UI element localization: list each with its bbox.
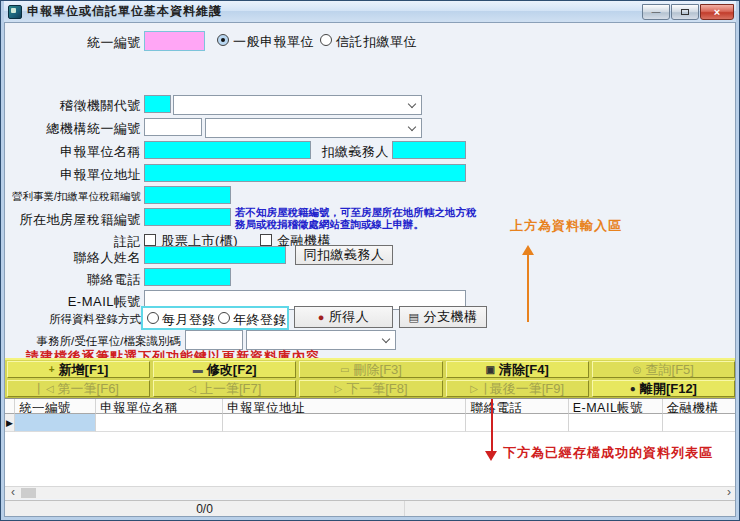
maximize-icon [681,9,689,15]
last-record-icon: ▷▕ [470,384,485,394]
scroll-right-icon[interactable]: › [721,487,736,499]
radio-yearend-entry[interactable] [218,312,230,324]
uid-input[interactable] [144,31,205,51]
clear-button[interactable]: ▣清除[F4] [446,361,589,378]
radio-general-unit[interactable] [217,34,229,46]
hq-uid-label: 總機構統一編號 [5,120,141,138]
house-tax-input[interactable] [144,208,231,226]
radio-yearend-entry-label: 年終登錄 [233,311,287,329]
add-button[interactable]: +新增[F1] [7,361,150,378]
same-as-withholder-button[interactable]: 同扣繳義務人 [295,245,393,265]
cell-unit-address[interactable] [223,414,466,432]
radio-monthly-entry-label: 每月登錄 [162,311,216,329]
biz-tax-label: 營利事業/扣繳單位稅籍編號 [5,190,141,204]
house-tax-hint: 若不知房屋稅籍編號，可至房屋所在地所轄之地方稅 務局或稅捐稽徵處網站查詢或線上申… [235,207,477,230]
next-record-icon: ▷ [334,384,342,394]
first-record-button[interactable]: ▏◁第一筆[F6] [7,380,150,397]
records-table: 統一編號 申報單位名稱 申報單位地址 聯絡電話 E-MAIL帳號 金融機構 ▶ [5,398,736,486]
clear-icon: ▣ [486,365,495,375]
exit-button[interactable]: ●離開[F12] [592,380,735,397]
radio-trust-unit-label: 信託扣繳單位 [336,33,417,51]
chevron-down-icon [408,123,416,131]
delete-icon: ▭ [340,365,349,375]
status-bar: 0/0 [5,500,736,517]
radio-general-unit-label: 一般申報單位 [233,33,314,51]
table-header-marker [5,399,15,414]
col-header-uid: 統一編號 [15,399,96,414]
checkbox-stock-listed[interactable] [144,234,156,246]
hq-uid-select[interactable] [205,118,422,138]
tax-office-label: 稽徵機關代號 [5,97,141,115]
modify-icon: ▬ [193,365,203,375]
down-arrow-icon [485,451,497,461]
unit-name-label: 申報單位名稱 [5,143,141,161]
next-record-button[interactable]: ▷下一筆[F8] [299,380,442,397]
cell-email[interactable] [569,414,663,432]
income-earner-button[interactable]: ● 所得人 [294,306,393,328]
chevron-down-icon [408,100,416,108]
function-key-panel: +新增[F1] ▬修改[F2] ▭刪除[F3] ▣清除[F4] ◎查詢[F5] … [5,358,736,398]
previous-record-icon: ◁ [188,384,196,394]
email-label: E-MAIL帳號 [5,293,141,311]
row-marker-icon: ▶ [5,414,15,432]
horizontal-scrollbar[interactable]: ‹ › [5,486,736,499]
branch-button[interactable]: ▤ 分支機構 [399,306,487,328]
table-row[interactable]: ▶ [5,414,736,432]
input-area-note: 上方為資料輸入區 [510,217,622,235]
hq-uid-input[interactable] [144,118,202,136]
firm-code-input[interactable] [185,330,243,350]
contact-tel-input[interactable] [144,268,231,286]
table-header-row: 統一編號 申報單位名稱 申報單位地址 聯絡電話 E-MAIL帳號 金融機構 [5,399,736,414]
last-record-button[interactable]: ▷▕最後一筆[F9] [446,380,589,397]
col-header-unit-address: 申報單位地址 [223,399,466,414]
unit-addr-label: 申報單位地址 [5,166,141,184]
contact-name-label: 聯絡人姓名 [5,249,141,267]
house-tax-label: 所在地房屋稅籍編號 [5,211,141,229]
col-header-email: E-MAIL帳號 [569,399,663,414]
scrollbar-thumb[interactable] [21,488,36,498]
contact-tel-label: 聯絡電話 [5,271,141,289]
query-button[interactable]: ◎查詢[F5] [592,361,735,378]
radio-trust-unit[interactable] [320,34,332,46]
modify-button[interactable]: ▬修改[F2] [153,361,296,378]
firm-label: 事務所/受任單位/檔案識別碼 [5,334,181,349]
biz-tax-input[interactable] [144,186,231,204]
withholder-label: 扣繳義務人 [315,143,389,161]
close-icon: × [714,7,720,18]
up-arrow-line [527,254,529,322]
cell-financial[interactable] [663,414,736,432]
previous-record-button[interactable]: ◁上一筆[F7] [153,380,296,397]
form-area: 統一編號 一般申報單位 信託扣繳單位 稽徵機關代號 總機構統一編號 申報單位名稱… [4,22,736,517]
scroll-left-icon[interactable]: ‹ [5,487,21,499]
chevron-down-icon [382,335,390,343]
titlebar[interactable]: 申報單位或信託單位基本資料維護 — × [4,1,736,22]
income-entry-label: 所得資料登錄方式 [5,312,141,327]
cell-phone[interactable] [466,414,568,432]
withholder-input[interactable] [392,141,466,159]
firm-select[interactable] [246,330,396,350]
unit-addr-input[interactable] [144,164,466,182]
cell-uid[interactable] [15,414,96,432]
maximize-button[interactable] [671,4,699,20]
radio-monthly-entry[interactable] [147,312,159,324]
branch-icon: ▤ [409,312,420,323]
tax-office-code-input[interactable] [144,95,171,113]
down-arrow-line [491,399,493,451]
unit-name-input[interactable] [144,141,311,159]
col-header-phone: 聯絡電話 [466,399,568,414]
income-earner-icon: ● [318,312,325,323]
checkbox-financial-institution[interactable] [260,234,272,246]
col-header-unit-name: 申報單位名稱 [96,399,223,414]
contact-name-input[interactable] [144,246,286,264]
delete-button[interactable]: ▭刪除[F3] [299,361,442,378]
tax-office-select[interactable] [173,95,422,115]
close-button[interactable]: × [700,4,734,20]
col-header-financial: 金融機構 [663,399,736,414]
minimize-button[interactable]: — [642,4,670,20]
cell-unit-name[interactable] [96,414,223,432]
add-icon: + [49,365,55,375]
minimize-icon: — [652,8,661,17]
app-window: 申報單位或信託單位基本資料維護 — × 統一編號 一般申報單位 信託扣繳單位 稽… [0,0,740,521]
uid-label: 統一編號 [5,34,141,52]
exit-icon: ● [630,384,636,394]
